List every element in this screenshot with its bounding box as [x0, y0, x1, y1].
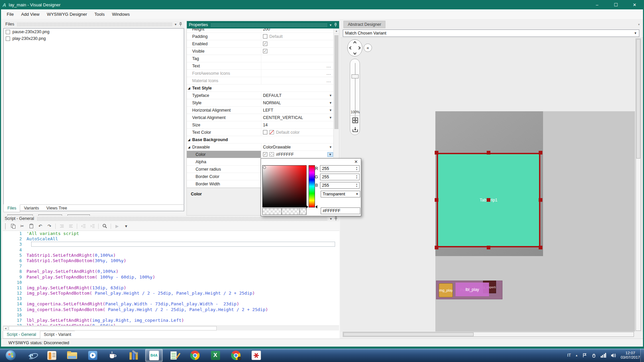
alpha-strip[interactable]: [262, 208, 307, 215]
value-checkbox[interactable]: [263, 130, 267, 134]
zoom-slider-thumb[interactable]: [352, 74, 359, 78]
copy-icon[interactable]: [10, 223, 16, 229]
taskbar-chrome-profile-button[interactable]: [227, 349, 245, 362]
property-value[interactable]: 14: [261, 121, 334, 128]
property-value[interactable]: ✓: [261, 40, 334, 47]
close-button[interactable]: ✕: [625, 0, 644, 9]
property-row-height[interactable]: Height200: [187, 28, 334, 33]
hue-slider[interactable]: [309, 165, 315, 207]
channel-b-input[interactable]: 255▲▼: [320, 182, 360, 189]
scroll-left-icon[interactable]: ◀: [3, 326, 8, 330]
taskbar-excel-button[interactable]: X: [207, 349, 224, 362]
minimize-button[interactable]: –: [588, 0, 606, 9]
hidden-icons-icon[interactable]: ▲: [575, 354, 578, 357]
more-icon[interactable]: ▾: [123, 223, 129, 229]
hex-color-input[interactable]: #FFFFFF: [321, 207, 360, 214]
property-row-fontawesome-icons[interactable]: FontAwesome Icons...: [187, 70, 334, 77]
property-value[interactable]: ...: [261, 62, 334, 69]
value-checkbox[interactable]: ✓: [263, 152, 267, 157]
taskbar-b4a-designer-button[interactable]: B4A: [145, 349, 163, 362]
scrollbar-thumb[interactable]: [343, 333, 474, 336]
menu-item-file[interactable]: File: [4, 10, 17, 18]
undo-icon[interactable]: ↶: [37, 223, 43, 229]
selection-handle-s[interactable]: [487, 246, 490, 249]
property-value[interactable]: CENTER_VERTICAL▼: [261, 114, 334, 121]
chevron-down-icon[interactable]: ▼: [329, 109, 332, 112]
maximize-button[interactable]: ☐: [606, 0, 625, 9]
property-value[interactable]: ...: [261, 77, 334, 84]
spinner-arrows-icon[interactable]: ▲▼: [354, 182, 359, 188]
export-layout-icon[interactable]: [352, 126, 358, 132]
alpha-mode-select[interactable]: Transparent ▼: [321, 191, 360, 197]
selection-handle-nw[interactable]: [435, 151, 438, 155]
property-row-text[interactable]: Text...: [187, 62, 334, 70]
redo-icon[interactable]: ↷: [46, 223, 52, 229]
chevron-down-icon[interactable]: ▼: [327, 152, 333, 157]
tab-files[interactable]: Files: [3, 204, 20, 212]
expander-icon[interactable]: ◢: [188, 138, 190, 141]
property-value[interactable]: 200: [261, 28, 334, 33]
taskbar-internet-explorer-button[interactable]: e: [22, 349, 40, 362]
tab-abstract-designer[interactable]: Abstract Designer: [343, 21, 385, 28]
close-icon[interactable]: ✕: [354, 159, 358, 164]
expander-icon[interactable]: ◢: [188, 145, 190, 149]
file-list-item[interactable]: pause-230x230.png: [4, 28, 184, 35]
taskbar-chrome-button[interactable]: [186, 349, 204, 362]
taskbar-archive-tool-button[interactable]: [125, 349, 142, 362]
saturation-field[interactable]: [262, 165, 307, 207]
property-row-base-background[interactable]: ◢Base Background: [187, 136, 334, 143]
property-row-drawable[interactable]: ◢DrawableColorDrawable▼: [187, 143, 334, 151]
tab-script-variant[interactable]: Script - Variant: [40, 331, 75, 339]
variant-selector[interactable]: Match Chosen Variant ▼: [343, 29, 639, 37]
chevron-down-icon[interactable]: ▼: [329, 94, 332, 97]
selection-handle-ne[interactable]: [539, 151, 542, 155]
chevron-down-icon[interactable]: ▾: [638, 23, 640, 26]
nav-pad[interactable]: [347, 39, 363, 57]
selection-handle-sw[interactable]: [435, 246, 438, 249]
cut-icon[interactable]: ✂: [19, 223, 25, 229]
saturation-selector[interactable]: [263, 166, 266, 169]
property-row-vertical-alignment[interactable]: Vertical AlignmentCENTER_VERTICAL▼: [187, 114, 334, 121]
property-row-visible[interactable]: Visible✓: [187, 48, 334, 55]
channel-g-input[interactable]: 255▲▼: [320, 174, 360, 180]
search-icon[interactable]: [102, 223, 108, 229]
designer-vscrollbar[interactable]: [636, 39, 641, 331]
tab-script-general[interactable]: Script - General: [3, 331, 40, 339]
taskbar-start-button[interactable]: [2, 349, 19, 362]
spinner-arrows-icon[interactable]: ▲▼: [354, 166, 359, 172]
chevron-down-icon[interactable]: ▾: [330, 217, 332, 221]
chevron-down-icon[interactable]: ▾: [330, 23, 331, 27]
clock[interactable]: 12:07 03/07/2017: [621, 351, 640, 360]
ellipsis-button[interactable]: ...: [327, 64, 331, 68]
property-value[interactable]: DEFAULT▼: [261, 92, 334, 99]
ellipsis-button[interactable]: ...: [327, 71, 331, 76]
menu-item-add-view[interactable]: Add View: [18, 10, 43, 18]
file-list-item[interactable]: play-230x230.png: [4, 35, 184, 42]
property-row-padding[interactable]: PaddingDefault: [187, 33, 334, 40]
ellipsis-button[interactable]: ...: [327, 78, 331, 83]
taskbar-coffee-app-button[interactable]: [104, 349, 122, 362]
selection-handle-w[interactable]: [435, 198, 438, 202]
file-checkbox[interactable]: [6, 37, 10, 41]
taskbar-file-explorer-button[interactable]: [63, 349, 81, 362]
property-value[interactable]: ColorDrawable▼: [261, 143, 334, 150]
volume-icon[interactable]: [610, 353, 616, 358]
property-row-size[interactable]: Size14: [187, 121, 334, 129]
chevron-down-icon[interactable]: ▾: [175, 22, 176, 26]
property-value[interactable]: ✓: [261, 48, 334, 55]
expander-icon[interactable]: ◢: [188, 86, 190, 90]
menu-item-windows[interactable]: Windows: [109, 10, 133, 18]
property-row-typeface[interactable]: TypefaceDEFAULT▼: [187, 92, 334, 99]
scrollbar-thumb[interactable]: [636, 39, 640, 159]
property-value[interactable]: Default color: [261, 129, 334, 136]
collapse-left-icon[interactable]: «: [364, 44, 372, 52]
selection-handle-center[interactable]: [487, 198, 490, 202]
power-plug-icon[interactable]: [591, 353, 596, 358]
view-img-play[interactable]: img_play: [439, 283, 453, 297]
designer-canvas[interactable]: TabStrip1 Panel_play img_play img_copert…: [340, 38, 643, 332]
property-row-tag[interactable]: Tag: [187, 55, 334, 62]
hue-slider-handle-right[interactable]: [315, 205, 317, 208]
property-value[interactable]: Default: [261, 33, 334, 40]
show-desktop-button[interactable]: [640, 349, 644, 362]
editor-hscrollbar[interactable]: ◀: [3, 325, 339, 330]
